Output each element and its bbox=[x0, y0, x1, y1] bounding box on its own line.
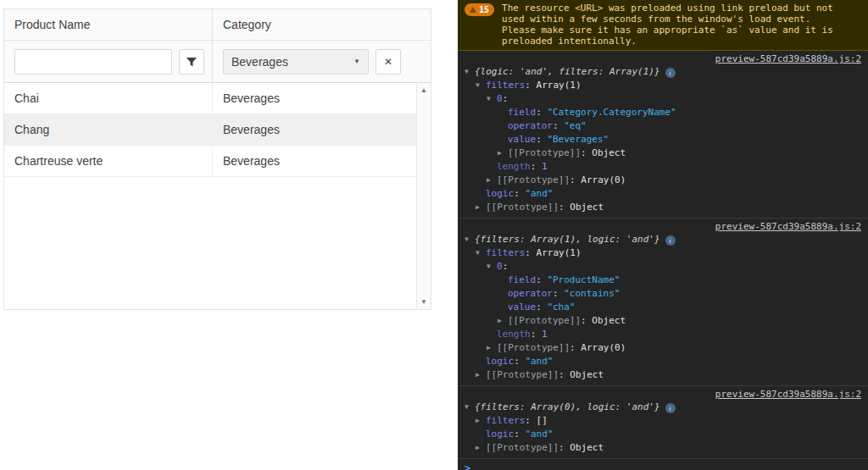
token-str: "Category.CategoryName" bbox=[547, 107, 676, 118]
cell-product-name: Chang bbox=[4, 114, 213, 145]
tree-expand-icon[interactable]: ▶ bbox=[487, 174, 497, 187]
token-plain: : [] bbox=[525, 415, 548, 426]
source-line: preview-587cd39a5889a.js:2 bbox=[465, 220, 861, 233]
token-plain: Object bbox=[570, 442, 604, 453]
console-line: ▶[[Prototype]]: Object bbox=[465, 441, 861, 455]
tree-expand-icon[interactable]: ▶ bbox=[476, 368, 486, 382]
token-plain: : bbox=[559, 202, 570, 213]
console-line: ▶[[Prototype]]: Object bbox=[465, 314, 861, 328]
table-row[interactable]: Chartreuse verteBeverages bbox=[4, 146, 416, 177]
tree-expand-icon[interactable]: ▶ bbox=[476, 441, 486, 455]
console-line: logic: "and" bbox=[465, 428, 861, 441]
dropdown-selected-value: Beverages bbox=[231, 55, 288, 69]
token-str: "cha" bbox=[547, 301, 575, 312]
scroll-down-icon[interactable]: ▼ bbox=[420, 295, 427, 309]
console-line: length: 1 bbox=[465, 328, 861, 341]
product-filter-menu-button[interactable] bbox=[179, 49, 204, 75]
token-key: field bbox=[508, 274, 536, 285]
info-icon[interactable]: i bbox=[665, 403, 676, 413]
source-link[interactable]: preview-587cd39a5889a.js:2 bbox=[715, 53, 861, 64]
warning-message: The resource <URL> was preloaded using l… bbox=[502, 3, 844, 47]
token-plain: Object bbox=[570, 202, 604, 213]
source-link[interactable]: preview-587cd39a5889a.js:2 bbox=[715, 389, 861, 400]
token-key: field bbox=[508, 107, 536, 118]
tree-collapse-icon[interactable]: ▼ bbox=[487, 92, 497, 106]
category-filter-clear-button[interactable]: ✕ bbox=[376, 49, 401, 75]
tree-expand-icon[interactable]: ▶ bbox=[487, 341, 497, 355]
token-str: "ProductName" bbox=[547, 274, 620, 285]
token-key: value bbox=[508, 301, 536, 312]
token-str: "Beverages" bbox=[547, 134, 609, 145]
token-plain: : bbox=[536, 274, 547, 285]
token-plain: Object bbox=[592, 315, 626, 326]
cell-category: Beverages bbox=[213, 83, 416, 113]
token-plain: : bbox=[531, 161, 542, 172]
console-line: value: "cha" bbox=[465, 301, 861, 314]
token-plain: : bbox=[559, 442, 570, 453]
tree-collapse-icon[interactable]: ▼ bbox=[465, 233, 475, 246]
product-filter-input[interactable] bbox=[14, 49, 172, 75]
console-line: logic: "and" bbox=[465, 355, 861, 368]
info-icon[interactable]: i bbox=[665, 68, 676, 78]
token-str: "contains" bbox=[564, 288, 620, 299]
grid-header-row: Product Name Category bbox=[4, 9, 431, 41]
token-plain: : bbox=[570, 174, 581, 185]
console-prompt[interactable]: > bbox=[458, 459, 868, 470]
console-line: ▼filters: Array(1) bbox=[465, 246, 861, 260]
source-line: preview-587cd39a5889a.js:2 bbox=[465, 53, 861, 65]
grid-scrollbar[interactable]: ▲ ▼ bbox=[416, 83, 431, 309]
info-icon[interactable]: i bbox=[665, 235, 676, 246]
column-header-product-name[interactable]: Product Name bbox=[4, 9, 213, 40]
console-line: logic: "and" bbox=[465, 187, 861, 201]
console-line: length: 1 bbox=[465, 160, 861, 174]
token-key: filters bbox=[486, 415, 525, 426]
console-line: ▼0: bbox=[465, 92, 861, 106]
cell-product-name: Chartreuse verte bbox=[4, 146, 213, 176]
console-entries: preview-587cd39a5889a.js:2▼{logic: 'and'… bbox=[458, 51, 868, 459]
token-plain: : bbox=[514, 429, 525, 440]
token-key: operator bbox=[508, 120, 553, 131]
tree-expand-icon[interactable]: ▶ bbox=[476, 201, 486, 214]
console-line: ▼0: bbox=[465, 260, 861, 274]
x-icon: ✕ bbox=[384, 56, 392, 68]
console-line: field: "ProductName" bbox=[465, 274, 861, 287]
scroll-up-icon[interactable]: ▲ bbox=[420, 83, 427, 97]
category-filter-dropdown[interactable]: Beverages ▼ bbox=[223, 49, 369, 75]
tree-expand-icon[interactable]: ▶ bbox=[498, 147, 508, 160]
token-proto: [[Prototype]] bbox=[497, 174, 570, 185]
console-line: ▶[[Prototype]]: Object bbox=[465, 201, 861, 214]
token-proto: [[Prototype]] bbox=[508, 315, 581, 326]
token-keydim: length bbox=[497, 329, 531, 340]
tree-collapse-icon[interactable]: ▼ bbox=[476, 246, 486, 260]
tree-expand-icon[interactable]: ▶ bbox=[476, 414, 486, 428]
tree-collapse-icon[interactable]: ▼ bbox=[465, 401, 475, 414]
tree-collapse-icon[interactable]: ▼ bbox=[465, 65, 475, 79]
table-row[interactable]: ChaiBeverages bbox=[4, 83, 416, 114]
token-plain: Array(0) bbox=[581, 174, 626, 185]
console-line: operator: "contains" bbox=[465, 287, 861, 301]
token-key: filters bbox=[486, 247, 525, 258]
token-plain: : bbox=[503, 93, 509, 104]
warning-count-badge: 15 bbox=[465, 3, 494, 16]
token-key: logic bbox=[486, 356, 514, 367]
token-proto: [[Prototype]] bbox=[486, 369, 559, 380]
source-link[interactable]: preview-587cd39a5889a.js:2 bbox=[715, 221, 861, 232]
tree-collapse-icon[interactable]: ▼ bbox=[476, 79, 486, 92]
console-line: ▼{logic: 'and', filters: Array(1)}i bbox=[465, 65, 861, 79]
cell-category: Beverages bbox=[213, 146, 416, 176]
product-filter-cell bbox=[4, 41, 213, 82]
token-num: 1 bbox=[542, 329, 548, 340]
console-line: ▶[[Prototype]]: Array(0) bbox=[465, 341, 861, 355]
tree-expand-icon[interactable]: ▶ bbox=[498, 314, 508, 328]
token-keydim: length bbox=[497, 161, 531, 172]
table-row[interactable]: ChangBeverages bbox=[4, 114, 416, 146]
token-plain: : bbox=[536, 134, 547, 145]
console-warning: 15 The resource <URL> was preloaded usin… bbox=[458, 0, 868, 51]
tree-collapse-icon[interactable]: ▼ bbox=[487, 260, 497, 274]
token-plain: : bbox=[536, 301, 547, 312]
product-grid: Product Name Category Beverages ▼ ✕ Chai… bbox=[3, 8, 431, 310]
column-header-category[interactable]: Category bbox=[213, 9, 431, 40]
grid-filter-row: Beverages ▼ ✕ bbox=[4, 41, 431, 83]
console-entry: preview-587cd39a5889a.js:2▼{logic: 'and'… bbox=[458, 51, 868, 218]
console-line: field: "Category.CategoryName" bbox=[465, 106, 861, 119]
